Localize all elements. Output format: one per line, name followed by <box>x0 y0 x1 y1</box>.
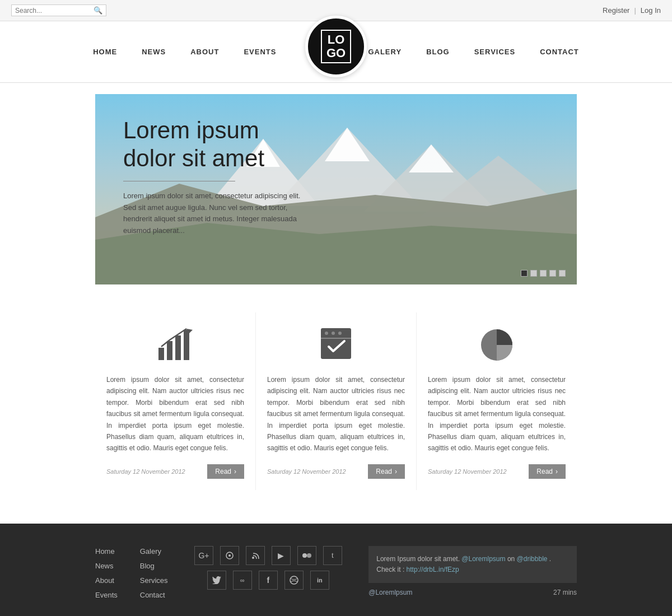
hero-content: Lorem ipsum dolor sit amet Lorem ipsum d… <box>123 116 302 237</box>
svg-rect-13 <box>184 330 189 360</box>
nav-item-services[interactable]: SERVICES <box>462 48 528 56</box>
hero-slider: Lorem ipsum dolor sit amet Lorem ipsum d… <box>95 94 577 284</box>
feature-date-3: Saturday 12 November 2012 <box>428 468 507 475</box>
footer-nav-col2: Galery Blog Services Contact <box>140 546 168 604</box>
footer-nav-col1: Home News About Events <box>95 546 118 604</box>
svg-point-26 <box>290 576 298 584</box>
dot-4[interactable] <box>549 270 556 277</box>
social-pinterest-icon[interactable] <box>220 546 239 565</box>
nav-item-about[interactable]: ABOUT <box>178 48 231 56</box>
svg-point-16 <box>325 332 328 335</box>
svg-point-24 <box>302 553 307 558</box>
dot-3[interactable] <box>540 270 547 277</box>
footer-nav: Home News About Events Galery Blog Servi… <box>95 546 168 604</box>
feature-card-3: Lorem ipsum dolor sit amet, consectetur … <box>417 312 577 490</box>
hero-divider <box>123 181 235 181</box>
social-flickr-icon[interactable] <box>297 546 316 565</box>
social-twitter-icon[interactable] <box>207 571 226 590</box>
slider-dots[interactable] <box>521 270 566 277</box>
footer-link-blog[interactable]: Blog <box>140 561 168 571</box>
footer-link-events[interactable]: Events <box>95 590 118 600</box>
features-section: Lorem ipsum dolor sit amet, consectetur … <box>95 312 577 490</box>
search-box[interactable]: 🔍 <box>11 4 106 16</box>
social-tumblr-icon[interactable]: t <box>323 546 342 565</box>
tweet-time: 27 mins <box>553 589 577 596</box>
tweet-preposition: on <box>507 555 515 563</box>
dot-1[interactable] <box>521 270 528 277</box>
nav-item-news[interactable]: NEWS <box>129 48 178 56</box>
feature-text-3: Lorem ipsum dolor sit amet, consectetur … <box>428 374 566 454</box>
footer-link-about[interactable]: About <box>95 575 118 585</box>
feature-text-1: Lorem ipsum dolor sit amet, consectetur … <box>106 374 244 454</box>
pie-icon <box>474 324 519 363</box>
svg-rect-19 <box>321 338 351 339</box>
feature-text-2: Lorem ipsum dolor sit amet, consectetur … <box>267 374 405 454</box>
read-button-3[interactable]: Read › <box>529 464 566 479</box>
feature-date-2: Saturday 12 November 2012 <box>267 468 346 475</box>
footer-tweet: Lorem Ipsum dolor sit amet. @Loremlpsum … <box>368 546 577 604</box>
svg-rect-12 <box>175 335 181 360</box>
social-linkedin-icon[interactable]: in <box>310 571 329 590</box>
social-row-1: G+ ▶ t <box>194 546 342 565</box>
read-button-1[interactable]: Read › <box>207 464 244 479</box>
footer-inner: Home News About Events Galery Blog Servi… <box>95 546 577 604</box>
feature-footer-2: Saturday 12 November 2012 Read › <box>267 464 405 479</box>
nav-item-events[interactable]: EVENTS <box>231 48 288 56</box>
nav-item-blog[interactable]: BLOG <box>414 48 462 56</box>
svg-point-18 <box>338 332 342 335</box>
social-youtube-icon[interactable]: ▶ <box>272 546 291 565</box>
search-input[interactable] <box>15 7 94 15</box>
hero-body: Lorem ipsum dolor sit amet, consectetur … <box>123 190 302 237</box>
tweet-user: @Loremlpsum 27 mins <box>368 589 577 596</box>
social-lastfm-icon[interactable]: ∞ <box>233 571 252 590</box>
footer-social: G+ ▶ t ∞ f <box>179 546 358 604</box>
hero-title: Lorem ipsum dolor sit amet <box>123 116 302 173</box>
footer-link-home[interactable]: Home <box>95 546 118 556</box>
svg-point-17 <box>332 332 335 335</box>
dot-5[interactable] <box>559 270 566 277</box>
tweet-text: Lorem Ipsum dolor sit amet. <box>376 555 460 563</box>
feature-card-2: Lorem ipsum dolor sit amet, consectetur … <box>256 312 417 490</box>
auth-separator: | <box>634 6 636 15</box>
tweet-handle1[interactable]: @Loremlpsum <box>461 555 505 563</box>
feature-date-1: Saturday 12 November 2012 <box>106 468 185 475</box>
nav-item-home[interactable]: HOME <box>81 48 129 56</box>
footer-link-services[interactable]: Services <box>140 575 168 585</box>
social-row-2: ∞ f in <box>207 571 329 590</box>
svg-point-23 <box>252 557 254 559</box>
tweet-handle2[interactable]: @dribbble <box>517 555 548 563</box>
chart-icon <box>153 324 198 363</box>
svg-rect-10 <box>158 348 164 360</box>
nav-wrapper: HOME NEWS ABOUT EVENTS GALERY BLOG SERVI… <box>0 21 672 83</box>
logo-text: LOGO <box>321 30 351 63</box>
social-dribbble-icon[interactable] <box>284 571 304 590</box>
auth-links: Register | Log In <box>603 6 661 15</box>
task-icon <box>314 324 358 363</box>
social-google-icon[interactable]: G+ <box>194 546 213 565</box>
main-nav: HOME NEWS ABOUT EVENTS GALERY BLOG SERVI… <box>0 21 672 82</box>
dot-2[interactable] <box>530 270 537 277</box>
tweet-link[interactable]: http://drbL.in/fEzp <box>407 566 459 573</box>
svg-point-22 <box>228 554 231 557</box>
feature-footer-1: Saturday 12 November 2012 Read › <box>106 464 244 479</box>
footer-link-galery[interactable]: Galery <box>140 546 168 556</box>
feature-card-1: Lorem ipsum dolor sit amet, consectetur … <box>95 312 256 490</box>
search-button[interactable]: 🔍 <box>94 6 102 15</box>
tweet-username: @Loremlpsum <box>368 589 412 596</box>
login-link[interactable]: Log In <box>641 6 661 15</box>
read-button-2[interactable]: Read › <box>368 464 405 479</box>
feature-footer-3: Saturday 12 November 2012 Read › <box>428 464 566 479</box>
nav-item-contact[interactable]: CONTACT <box>528 48 591 56</box>
footer-link-contact[interactable]: Contact <box>140 590 168 600</box>
svg-rect-11 <box>167 341 172 360</box>
social-rss-icon[interactable] <box>246 546 265 565</box>
tweet-box: Lorem Ipsum dolor sit amet. @Loremlpsum … <box>368 546 577 583</box>
svg-point-25 <box>307 553 311 558</box>
footer: Home News About Events Galery Blog Servi… <box>0 524 672 616</box>
register-link[interactable]: Register <box>603 6 629 15</box>
logo[interactable]: LOGO <box>305 16 367 77</box>
social-facebook-icon[interactable]: f <box>259 571 278 590</box>
footer-link-news[interactable]: News <box>95 561 118 571</box>
